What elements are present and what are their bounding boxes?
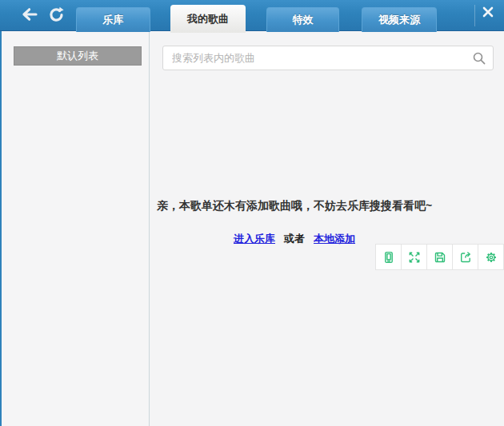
save-button[interactable] <box>426 244 453 270</box>
tab-video-source[interactable]: 视频来源 <box>362 7 437 32</box>
tab-music-library[interactable]: 乐库 <box>76 7 150 32</box>
titlebar-separator <box>474 5 475 26</box>
refresh-button[interactable] <box>45 6 67 26</box>
local-add-link[interactable]: 本地添加 <box>314 233 355 245</box>
title-bar: 乐库 我的歌曲 特效 视频来源 <box>0 0 504 31</box>
playlist-sidebar: 默认列表 <box>2 32 149 426</box>
mini-player-button[interactable] <box>375 244 402 270</box>
enter-library-link[interactable]: 进入乐库 <box>234 233 275 245</box>
close-icon <box>482 6 494 21</box>
settings-gear-icon <box>485 251 498 264</box>
export-button[interactable] <box>452 244 478 270</box>
fullscreen-icon <box>408 251 421 264</box>
mini-toolbar <box>376 244 504 270</box>
songs-panel: 亲，本歌单还木有添加歌曲哦，不妨去乐库搜搜看看吧~ 进入乐库或者本地添加 <box>150 32 504 426</box>
search-input[interactable] <box>163 46 493 70</box>
close-button[interactable] <box>480 6 496 22</box>
tab-my-songs[interactable]: 我的歌曲 <box>170 5 246 33</box>
tab-effects[interactable]: 特效 <box>266 7 339 32</box>
save-icon <box>434 251 446 264</box>
export-icon <box>459 251 472 264</box>
back-button[interactable] <box>18 6 40 26</box>
mini-player-icon <box>382 251 395 264</box>
playlist-item-default[interactable]: 默认列表 <box>14 46 142 66</box>
refresh-icon <box>48 6 65 26</box>
or-text: 或者 <box>284 233 305 245</box>
search-box <box>162 46 494 70</box>
settings-button[interactable] <box>478 244 504 270</box>
search-icon[interactable] <box>472 51 486 66</box>
fullscreen-button[interactable] <box>401 244 427 270</box>
empty-playlist-message: 亲，本歌单还木有添加歌曲哦，不妨去乐库搜搜看看吧~ <box>150 199 439 213</box>
back-arrow-icon <box>18 6 39 26</box>
